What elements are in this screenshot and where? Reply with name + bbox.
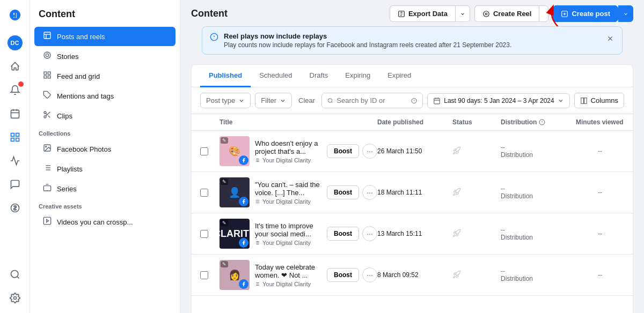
sidebar-item-mentions-and-tags[interactable]: Mentions and tags xyxy=(34,86,175,106)
columns-button[interactable]: Columns xyxy=(574,93,624,108)
post-account: Your Digital Clarity xyxy=(255,198,321,205)
post-title-text: It's time to improve your social medi... xyxy=(255,222,321,238)
sidebar-item-feed-and-grid[interactable]: Feed and grid xyxy=(34,66,175,86)
row-checkbox[interactable] xyxy=(200,230,208,238)
svg-point-25 xyxy=(44,116,46,118)
icon-nav: M DC xyxy=(0,0,30,313)
header-minutes: Minutes viewed xyxy=(576,118,624,126)
content-nav-button[interactable] xyxy=(4,126,26,148)
create-post-dropdown[interactable] xyxy=(618,5,633,22)
row-status xyxy=(452,146,501,156)
boost-button[interactable]: Boost xyxy=(327,185,359,199)
search-icon xyxy=(327,97,333,105)
filter-select[interactable]: Filter xyxy=(255,93,292,108)
svg-rect-19 xyxy=(44,72,47,74)
more-button[interactable]: ··· xyxy=(362,226,377,241)
table-row: CLARITY ✎ It's time to improve your soci… xyxy=(192,213,633,255)
sidebar-item-playlists[interactable]: Playlists xyxy=(34,159,175,178)
row-minutes: -- xyxy=(576,230,624,237)
distribution-label: Distribution xyxy=(501,275,576,282)
sidebar-item-series[interactable]: Series xyxy=(34,179,175,198)
profile-avatar[interactable]: DC xyxy=(4,32,26,54)
row-checkbox[interactable] xyxy=(200,271,208,279)
tab-drafts[interactable]: Drafts xyxy=(301,65,337,87)
create-post-group: Create post xyxy=(553,5,633,22)
search-nav-button[interactable] xyxy=(4,264,26,285)
tab-scheduled[interactable]: Scheduled xyxy=(251,65,301,87)
row-minutes: -- xyxy=(576,271,624,279)
distribution-label: Distribution xyxy=(501,234,576,241)
bell-nav-button[interactable] xyxy=(4,79,26,101)
row-minutes: -- xyxy=(576,189,624,196)
sidebar-item-stories[interactable]: Stories xyxy=(34,47,175,66)
create-reel-group: Create Reel xyxy=(474,5,549,22)
svg-rect-20 xyxy=(48,72,50,74)
sidebar-item-label: Videos you can crossp... xyxy=(57,218,133,226)
more-button[interactable]: ··· xyxy=(362,267,377,282)
boost-button[interactable]: Boost xyxy=(327,268,359,282)
search-box[interactable] xyxy=(321,93,423,108)
post-type-chevron-icon xyxy=(238,98,245,104)
search-info-icon xyxy=(411,97,417,105)
edit-icon: ✎ xyxy=(221,220,228,226)
svg-point-51 xyxy=(328,98,332,102)
tabs: Published Scheduled Drafts Expiring Expi… xyxy=(192,65,633,87)
monetization-nav-button[interactable] xyxy=(4,197,26,219)
banner-close-button[interactable] xyxy=(604,32,617,45)
svg-point-17 xyxy=(44,52,50,58)
meta-logo[interactable]: M xyxy=(4,4,26,26)
edit-icon: ✎ xyxy=(221,261,228,267)
calendar-nav-button[interactable] xyxy=(4,103,26,124)
svg-rect-56 xyxy=(434,98,440,104)
home-nav-button[interactable] xyxy=(4,56,26,77)
post-account: Your Digital Clarity xyxy=(255,281,321,287)
post-title-text: Who doesn't enjoy a project that's a... xyxy=(255,139,321,155)
header-status: Status xyxy=(452,118,501,126)
export-data-dropdown[interactable] xyxy=(455,5,470,22)
topbar-actions: Export Data Create Reel xyxy=(390,5,633,22)
table-row: 👩 ✎ Today we celebrate women. ❤ Not ... … xyxy=(192,255,633,296)
svg-rect-38 xyxy=(43,217,50,224)
create-post-button[interactable]: Create post xyxy=(553,5,618,22)
post-info: "You can't. – said the voice. [...] The.… xyxy=(255,181,321,205)
boost-button[interactable]: Boost xyxy=(327,144,359,158)
sidebar-item-clips[interactable]: Clips xyxy=(34,106,175,125)
banner-title: Reel plays now include replays xyxy=(224,32,511,40)
table-row: 🎨 ✎ Who doesn't enjoy a project that's a… xyxy=(192,131,633,172)
tab-published[interactable]: Published xyxy=(200,65,251,87)
tag-icon xyxy=(43,91,52,101)
date-range-filter[interactable]: Last 90 days: 5 Jan 2024 – 3 Apr 2024 xyxy=(427,93,570,108)
sidebar-item-videos-crosspost[interactable]: Videos you can crossp... xyxy=(34,212,175,232)
columns-icon xyxy=(580,97,588,105)
sidebar-item-posts-and-reels[interactable]: Posts and reels xyxy=(34,27,175,46)
post-type-select[interactable]: Post type xyxy=(200,93,251,108)
creative-assets-section-label: Creative assets xyxy=(30,199,180,212)
row-date: 18 March 11:11 xyxy=(377,189,452,196)
analytics-nav-button[interactable] xyxy=(4,150,26,172)
posts-icon xyxy=(43,31,52,42)
info-icon xyxy=(210,33,218,43)
tab-expired[interactable]: Expired xyxy=(379,65,420,87)
distribution-dash: -- xyxy=(501,267,576,275)
comments-nav-button[interactable] xyxy=(4,174,26,195)
row-checkbox[interactable] xyxy=(200,147,208,155)
settings-nav-button[interactable] xyxy=(4,287,26,309)
sidebar-item-facebook-photos[interactable]: Facebook Photos xyxy=(34,139,175,159)
row-checkbox[interactable] xyxy=(200,189,208,197)
svg-rect-9 xyxy=(16,138,19,141)
rocket-icon xyxy=(452,188,461,196)
header-checkbox xyxy=(200,118,219,126)
svg-rect-14 xyxy=(44,32,50,39)
more-button[interactable]: ··· xyxy=(362,185,377,200)
export-data-button[interactable]: Export Data xyxy=(390,5,455,22)
sidebar-item-label: Playlists xyxy=(57,165,83,173)
create-reel-button[interactable]: Create Reel xyxy=(474,5,539,22)
more-button[interactable]: ··· xyxy=(362,144,377,159)
tab-expiring[interactable]: Expiring xyxy=(336,65,379,87)
header-distribution: Distribution xyxy=(501,118,576,126)
boost-button[interactable]: Boost xyxy=(327,227,359,241)
search-input[interactable] xyxy=(336,96,408,105)
clear-button[interactable]: Clear xyxy=(296,95,317,106)
row-title-cell: 👩 ✎ Today we celebrate women. ❤ Not ... … xyxy=(219,260,377,290)
create-reel-dropdown[interactable] xyxy=(539,5,548,22)
